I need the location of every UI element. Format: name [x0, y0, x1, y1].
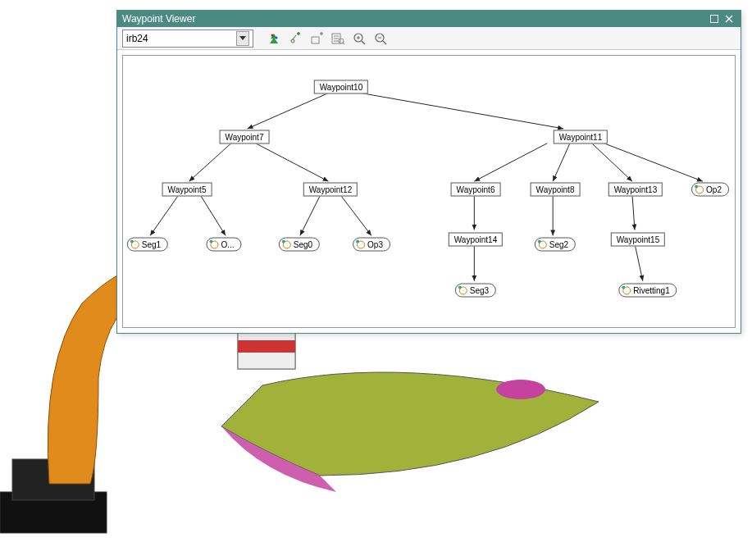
svg-point-9 [271, 34, 274, 36]
maximize-icon[interactable] [708, 12, 721, 25]
svg-point-10 [276, 36, 278, 39]
segment-icon [622, 286, 631, 294]
svg-rect-7 [238, 340, 295, 353]
window-title: Waypoint Viewer [122, 13, 195, 25]
segment-icon [131, 240, 139, 248]
svg-rect-8 [711, 16, 718, 23]
zoom-out-icon[interactable] [371, 30, 390, 48]
svg-rect-2 [12, 459, 94, 500]
node-waypoint11[interactable]: Waypoint11 [554, 130, 608, 144]
robot-select-dropdown[interactable]: irb24 [122, 30, 253, 48]
leaf-seg2[interactable]: Seg2 [535, 238, 576, 252]
node-waypoint7[interactable]: Waypoint7 [220, 130, 270, 144]
tree-canvas[interactable]: Waypoint10 Waypoint7 Waypoint11 Waypoint… [122, 55, 736, 328]
leaf-o[interactable]: O... [206, 238, 241, 252]
waypoint-viewer-window: Waypoint Viewer irb24 [116, 10, 741, 334]
leaf-op3[interactable]: Op3 [353, 238, 390, 252]
zoom-in-icon[interactable] [350, 30, 368, 48]
segment-icon [283, 240, 291, 248]
segment-icon [695, 185, 704, 193]
svg-rect-1 [0, 492, 107, 533]
leaf-seg0[interactable]: Seg0 [279, 238, 320, 252]
add-node-icon[interactable] [286, 30, 304, 48]
svg-rect-12 [312, 37, 319, 43]
close-icon[interactable] [722, 12, 736, 25]
node-waypoint5[interactable]: Waypoint5 [162, 183, 212, 197]
segment-icon [459, 286, 467, 294]
svg-point-11 [291, 39, 294, 43]
titlebar: Waypoint Viewer [117, 11, 741, 27]
tree-color-icon[interactable] [265, 30, 283, 48]
node-waypoint15[interactable]: Waypoint15 [611, 233, 665, 247]
node-waypoint6[interactable]: Waypoint6 [451, 183, 501, 197]
segment-icon [539, 240, 547, 248]
leaf-rivetting1[interactable]: Rivetting1 [618, 284, 677, 298]
toolbar: irb24 [117, 27, 741, 50]
segment-icon [357, 240, 365, 248]
node-waypoint12[interactable]: Waypoint12 [303, 183, 358, 197]
leaf-seg1[interactable]: Seg1 [127, 238, 168, 252]
node-waypoint10[interactable]: Waypoint10 [314, 80, 368, 94]
chevron-down-icon[interactable] [236, 31, 249, 46]
svg-point-0 [496, 380, 545, 399]
leaf-seg3[interactable]: Seg3 [455, 284, 496, 298]
segment-icon [210, 240, 218, 248]
node-waypoint13[interactable]: Waypoint13 [608, 183, 663, 197]
find-in-list-icon[interactable] [329, 30, 347, 48]
dropdown-value: irb24 [126, 33, 148, 44]
node-waypoint8[interactable]: Waypoint8 [531, 183, 581, 197]
add-box-icon[interactable] [308, 30, 326, 48]
leaf-op2[interactable]: Op2 [691, 183, 729, 197]
node-waypoint14[interactable]: Waypoint14 [449, 233, 503, 247]
